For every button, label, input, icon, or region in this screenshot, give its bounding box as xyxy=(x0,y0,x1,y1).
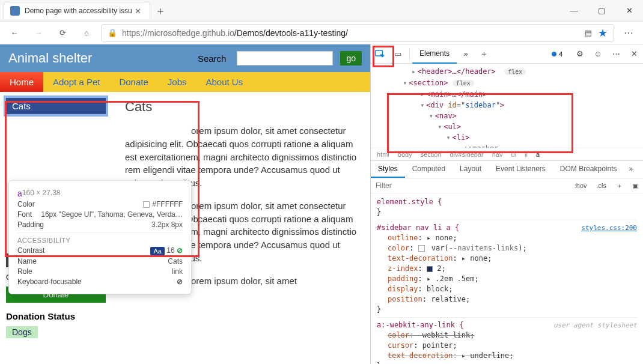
crumb-a[interactable]: a xyxy=(536,151,540,158)
crumb-nav[interactable]: nav xyxy=(492,151,503,158)
css-prop-cursor[interactable]: cursor: pointer; xyxy=(377,341,637,351)
rule-source-link[interactable]: styles.css:200 xyxy=(581,223,637,233)
nav-about[interactable]: About Us xyxy=(196,72,252,92)
browser-tab[interactable]: Demo page with accessibility issu ✕ xyxy=(4,2,150,19)
tab-elements[interactable]: Elements xyxy=(412,44,457,64)
settings-icon[interactable]: ⚙ xyxy=(571,45,589,63)
css-prop-text-decoration[interactable]: text-decoration: ▸ underline; xyxy=(377,351,637,361)
close-window-icon[interactable]: ✕ xyxy=(615,2,643,20)
styles-tabs: Styles Computed Layout Event Listeners D… xyxy=(371,161,643,178)
device-toolbar-icon[interactable]: ▭ xyxy=(389,45,407,63)
dom-breadcrumbs[interactable]: html body section div#sidebar nav ul li … xyxy=(371,148,643,161)
article-heading: Cats xyxy=(125,99,357,115)
nav-home[interactable]: Home xyxy=(0,72,43,92)
css-prop-color[interactable]: color: var(--navitems-links); xyxy=(377,243,637,253)
go-button[interactable]: go xyxy=(340,51,362,65)
tip-kbd-label: Keyboard-focusable xyxy=(17,278,177,286)
nav-donate[interactable]: Donate xyxy=(109,72,157,92)
inspect-element-icon[interactable] xyxy=(371,45,389,63)
tip-a11y-heading: ACCESSIBILITY xyxy=(17,237,183,244)
page-viewport: Animal shelter Search go Home Adopt a Pe… xyxy=(0,44,370,364)
rule-element-style: element.style { xyxy=(377,198,442,206)
tip-font-label: Font xyxy=(17,210,41,219)
new-rule-icon[interactable]: ＋ xyxy=(611,181,627,190)
lock-icon: 🔒 xyxy=(108,28,117,37)
tip-dims: 160 × 27.38 xyxy=(22,189,61,198)
css-prop-text-decoration[interactable]: text-decoration: ▸ none; xyxy=(377,253,637,264)
tab-layout[interactable]: Layout xyxy=(453,161,489,178)
reader-icon[interactable]: ▤ xyxy=(585,28,592,37)
tip-name-val: Cats xyxy=(168,257,183,265)
tip-contrast-label: Contrast xyxy=(17,246,150,255)
close-devtools-icon[interactable]: ✕ xyxy=(625,45,643,63)
favorite-icon[interactable]: ★ xyxy=(598,26,608,40)
status-item-dogs[interactable]: Dogs xyxy=(6,326,38,338)
crumb-body[interactable]: body xyxy=(398,151,412,158)
tip-color-label: Color xyxy=(17,200,143,208)
feedback-icon[interactable]: ☺ xyxy=(589,45,607,63)
window-controls: — ▢ ✕ xyxy=(560,2,643,20)
tip-element: a xyxy=(17,189,22,198)
rule-selector-1: #sidebar nav li a { xyxy=(377,223,459,232)
aa-badge: Aa xyxy=(150,247,164,255)
nav-jobs[interactable]: Jobs xyxy=(158,72,197,92)
more-tabs-icon[interactable]: » xyxy=(457,45,475,63)
devtools-toolbar: ▭ Elements » ＋ 4 ⚙ ☺ ⋯ ✕ xyxy=(371,44,643,64)
styles-filter-row: :hov .cls ＋ ▣ xyxy=(371,178,643,193)
url-field[interactable]: 🔒 https://microsoftedge.github.io/Demos/… xyxy=(101,24,614,42)
close-tab-icon[interactable]: ✕ xyxy=(132,7,144,16)
more-styles-tabs-icon[interactable]: » xyxy=(624,161,638,178)
brand-title: Animal shelter xyxy=(8,50,92,66)
minimize-icon[interactable]: — xyxy=(560,2,588,20)
css-prop-z-index[interactable]: z-index: 2; xyxy=(377,264,637,274)
maximize-icon[interactable]: ▢ xyxy=(588,2,615,20)
tip-role-label: Role xyxy=(17,267,172,276)
new-tab-button[interactable]: ＋ xyxy=(155,4,166,18)
check-icon: ⊘ xyxy=(177,278,183,286)
crumb-li[interactable]: li xyxy=(525,151,528,158)
inspect-tooltip: a160 × 27.38 Color#FFFFFF Font16px "Sego… xyxy=(8,180,192,294)
crumb-div[interactable]: div#sidebar xyxy=(450,151,484,158)
browser-addressbar: ← → ⟳ ⌂ 🔒 https://microsoftedge.github.i… xyxy=(0,22,643,44)
tab-dom-breakpoints[interactable]: DOM Breakpoints xyxy=(553,161,624,178)
home-button[interactable]: ⌂ xyxy=(77,23,96,43)
styles-filter-input[interactable] xyxy=(371,178,570,193)
css-prop-padding[interactable]: padding: ▸ .2em .5em; xyxy=(377,274,637,284)
page-header: Animal shelter Search go xyxy=(0,44,370,72)
css-prop-display[interactable]: display: block; xyxy=(377,284,637,294)
css-prop-color[interactable]: color: -webkit-link; xyxy=(377,330,637,341)
tab-styles[interactable]: Styles xyxy=(371,161,405,178)
back-button[interactable]: ← xyxy=(5,23,24,43)
tab-event-listeners[interactable]: Event Listeners xyxy=(489,161,553,178)
crumb-html[interactable]: html xyxy=(377,151,389,158)
issues-badge[interactable]: 4 xyxy=(547,50,567,58)
browser-menu-icon[interactable]: ⋯ xyxy=(619,23,638,43)
crumb-ul[interactable]: ul xyxy=(511,151,517,158)
search-label: Search xyxy=(198,53,227,64)
search-input[interactable] xyxy=(237,51,333,65)
sidebar-link-cats[interactable]: Cats xyxy=(6,98,106,114)
color-swatch-white xyxy=(143,201,150,208)
styles-body[interactable]: element.style {} styles.css:200 #sidebar… xyxy=(371,193,643,364)
cls-toggle[interactable]: .cls xyxy=(592,182,612,189)
tip-font-val: 16px "Segoe UI", Tahoma, Geneva, Verda… xyxy=(41,210,183,219)
favicon xyxy=(10,6,20,16)
browser-titlebar: Demo page with accessibility issu ✕ ＋ — … xyxy=(0,0,643,22)
nav-adopt[interactable]: Adopt a Pet xyxy=(43,72,109,92)
crumb-section[interactable]: section xyxy=(421,151,442,158)
devtools-panel: ▭ Elements » ＋ 4 ⚙ ☺ ⋯ ✕ ▸<header>…</hea… xyxy=(370,44,643,364)
tab-computed[interactable]: Computed xyxy=(405,161,453,178)
hov-toggle[interactable]: :hov xyxy=(570,182,592,189)
tip-padding-label: Padding xyxy=(17,220,151,229)
devtools-menu-icon[interactable]: ⋯ xyxy=(607,45,625,63)
box-model-icon[interactable]: ▣ xyxy=(627,182,643,190)
tip-padding-val: 3.2px 8px xyxy=(151,220,183,229)
url-text: https://microsoftedge.github.io/Demos/de… xyxy=(122,28,348,38)
rule-selector-2: a:-webkit-any-link { xyxy=(377,321,464,329)
tip-role-val: link xyxy=(172,267,183,276)
dom-tree[interactable]: ▸<header>…</header> flex ▾<section> flex… xyxy=(371,64,643,148)
css-prop-outline[interactable]: outline: ▸ none; xyxy=(377,233,637,243)
add-tab-icon[interactable]: ＋ xyxy=(475,45,493,63)
reload-button[interactable]: ⟳ xyxy=(53,23,72,43)
css-prop-position[interactable]: position: relative; xyxy=(377,294,637,305)
